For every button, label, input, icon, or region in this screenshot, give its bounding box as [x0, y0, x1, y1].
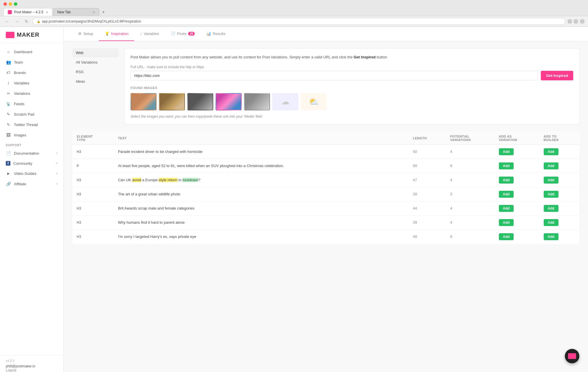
- add-as-variation-button[interactable]: Add: [499, 148, 514, 155]
- sidebar-nav: ⌂ Dashboard 👥 Team 🏷 Brands ↕ Variables …: [0, 43, 63, 355]
- left-menu-all-variations[interactable]: All Variations: [72, 58, 119, 67]
- image-thumb-cloud2[interactable]: ⛅: [301, 93, 327, 110]
- browser-toolbar: ← → ↻ 🔒 app.postmaker.io/campaigns/3hd2M…: [0, 16, 588, 27]
- sidebar-item-feeds[interactable]: 📡 Feeds: [0, 99, 63, 109]
- reload-button[interactable]: ↻: [23, 18, 30, 24]
- images-icon: 🖼: [6, 132, 11, 138]
- browser-tab-newtab[interactable]: New Tab ✕: [53, 8, 99, 16]
- potential-val: 6: [450, 164, 452, 168]
- add-as-variation-button[interactable]: Add: [499, 162, 514, 169]
- sidebar-item-documentation[interactable]: 📄 Documentation ↗: [0, 148, 63, 158]
- image-thumb-2[interactable]: [159, 93, 185, 110]
- sidebar-item-brands[interactable]: 🏷 Brands: [0, 67, 63, 78]
- support-section-label: SUPPORT: [0, 140, 63, 148]
- tab-variables[interactable]: ↕ Variables: [134, 27, 165, 41]
- minimize-dot[interactable]: [9, 2, 12, 6]
- sidebar-item-scratch-pad[interactable]: ✎ Scratch Pad: [0, 109, 63, 119]
- add-to-builder-button[interactable]: Add: [544, 233, 558, 240]
- toolbar-icons: [568, 19, 585, 24]
- add-as-variation-button[interactable]: Add: [499, 177, 514, 184]
- community-icon: f: [6, 161, 10, 166]
- add-to-builder-button[interactable]: Add: [544, 191, 558, 198]
- left-menu-ideas[interactable]: Ideas: [72, 77, 119, 86]
- image-thumb-4[interactable]: [216, 93, 242, 110]
- potential-val: 4: [450, 149, 452, 154]
- add-as-variation-button[interactable]: Add: [499, 219, 514, 226]
- back-button[interactable]: ←: [3, 18, 11, 24]
- get-inspired-button[interactable]: Get Inspired: [541, 71, 573, 80]
- logo-icon: [6, 32, 14, 38]
- tab-results[interactable]: 📊 Results: [201, 27, 231, 41]
- length-val: 99: [413, 164, 417, 168]
- col-potential-variations: POTENTIALVARIATIONS: [446, 132, 495, 145]
- table-row: H3 I'm sorry I targeted Harry's ex, says…: [73, 230, 579, 244]
- left-menu-web[interactable]: Web: [72, 48, 119, 57]
- extensions-icon[interactable]: [574, 19, 578, 24]
- close-dot[interactable]: [3, 2, 7, 6]
- table-section: ELEMENTTYPE TEXT LENGTH POTENTIALVARIATI…: [72, 132, 579, 244]
- image-thumb-3[interactable]: [187, 93, 213, 110]
- sidebar-logout-button[interactable]: Logout: [6, 368, 58, 372]
- table-body: H3 Parade incident driver to be charged …: [73, 145, 579, 244]
- sidebar-item-variations[interactable]: ✏ Variations: [0, 88, 63, 99]
- sidebar-item-affiliate[interactable]: 🔗 Affiliate ↗: [0, 179, 63, 189]
- bookmark-icon[interactable]: [568, 19, 572, 23]
- feeds-icon: 📡: [6, 101, 11, 106]
- brands-icon: 🏷: [6, 70, 11, 75]
- tab-active-label: Post Maker – 4.2.5: [14, 10, 43, 14]
- add-to-builder-button[interactable]: Add: [544, 162, 558, 169]
- address-text: app.postmaker.io/campaigns/3hd2MvqChLylt…: [42, 19, 141, 23]
- text-cell: I'm sorry I targeted Harry's ex, says pr…: [114, 230, 409, 244]
- add-as-variation-button[interactable]: Add: [499, 191, 514, 198]
- tab-setup[interactable]: ⚙ Setup: [72, 27, 99, 41]
- tab-close-icon[interactable]: ✕: [46, 11, 48, 14]
- twitter-thread-icon: ✎: [6, 122, 11, 127]
- sidebar-item-images[interactable]: 🖼 Images: [0, 130, 63, 140]
- sidebar-logo: MAKER: [0, 27, 63, 43]
- sidebar-item-community[interactable]: f Community ↗: [0, 158, 63, 168]
- tab-inspiration-label: Inspiration: [111, 32, 128, 36]
- tab-inspiration[interactable]: 💡 Inspiration: [99, 27, 134, 41]
- variables-icon: ↕: [6, 80, 11, 86]
- add-as-variation-button[interactable]: Add: [499, 205, 514, 212]
- tab-variables-icon: ↕: [140, 32, 142, 36]
- scratch-pad-icon: ✎: [6, 112, 11, 117]
- menu-icon[interactable]: [580, 19, 585, 24]
- setup-icon: ⚙: [78, 32, 82, 36]
- tab-posts[interactable]: 📄 Posts 20: [165, 27, 201, 41]
- sidebar-item-video-guides[interactable]: ▶ Video Guides ↗: [0, 168, 63, 179]
- posts-badge: 20: [188, 32, 195, 36]
- forward-button[interactable]: →: [13, 18, 21, 24]
- add-to-builder-button[interactable]: Add: [544, 205, 558, 212]
- main-content: ⚙ Setup 💡 Inspiration ↕ Variables 📄 Post…: [64, 27, 588, 372]
- sidebar-item-variables[interactable]: ↕ Variables: [0, 78, 63, 88]
- maximize-dot[interactable]: [14, 2, 17, 6]
- sidebar-item-affiliate-label: Affiliate: [14, 182, 26, 186]
- add-to-builder-button[interactable]: Add: [544, 177, 558, 184]
- add-as-variation-button[interactable]: Add: [499, 233, 514, 240]
- sidebar-item-team[interactable]: 👥 Team: [0, 57, 63, 67]
- sidebar-item-variables-label: Variables: [14, 81, 29, 85]
- sidebar-item-dashboard[interactable]: ⌂ Dashboard: [0, 47, 63, 57]
- tab-newtab-close-icon[interactable]: ✕: [93, 11, 95, 14]
- element-type: H3: [77, 150, 81, 154]
- element-type: P: [77, 164, 79, 168]
- results-icon: 📊: [206, 32, 211, 36]
- content-description: Post Maker allows you to pull content fr…: [131, 54, 573, 60]
- address-bar[interactable]: 🔒 app.postmaker.io/campaigns/3hd2MvqChLy…: [32, 18, 565, 25]
- image-thumb-1[interactable]: [131, 93, 157, 110]
- add-to-builder-button[interactable]: Add: [544, 148, 558, 155]
- sidebar-item-twitter-thread[interactable]: ✎ Twitter Thread: [0, 119, 63, 130]
- floating-maker-button[interactable]: [565, 349, 579, 363]
- left-menu-rss[interactable]: RSS: [72, 67, 119, 76]
- text-cell: Why humans find it hard to parent alone: [114, 215, 409, 230]
- browser-tab-active[interactable]: Post Maker – 4.2.5 ✕: [3, 8, 52, 16]
- found-images-label: FOUND IMAGES: [131, 86, 573, 90]
- image-thumb-cloud1[interactable]: ☁: [272, 93, 298, 110]
- url-input[interactable]: [131, 71, 538, 80]
- new-tab-button[interactable]: +: [100, 8, 107, 16]
- video-guides-icon: ▶: [6, 171, 11, 176]
- add-to-builder-button[interactable]: Add: [544, 219, 558, 226]
- tab-results-label: Results: [213, 32, 225, 36]
- image-thumb-5[interactable]: [244, 93, 270, 110]
